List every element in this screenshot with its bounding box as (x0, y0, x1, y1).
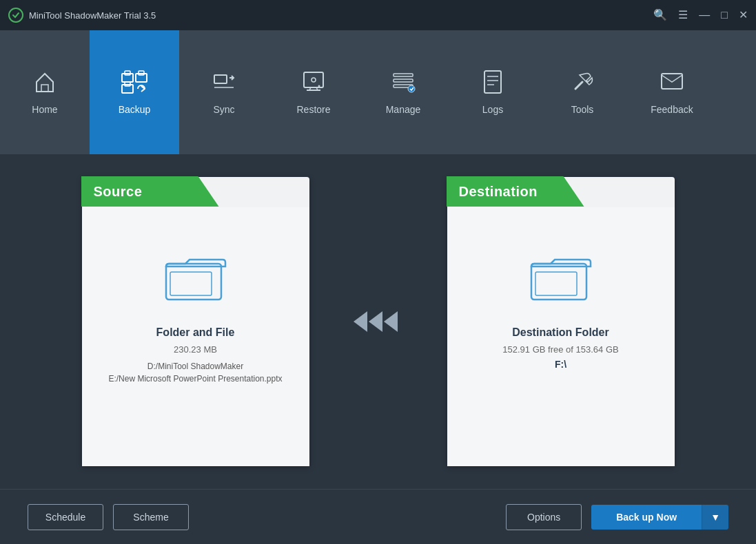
nav-bar: Home Backup Sync (0, 30, 756, 154)
sidebar-item-feedback[interactable]: Feedback (627, 30, 717, 154)
svg-rect-22 (166, 264, 221, 300)
source-paths: D:/MiniTool ShadowMaker E:/New Microsoft… (108, 360, 282, 385)
svg-rect-21 (662, 74, 682, 89)
manage-label: Manage (386, 104, 421, 115)
close-icon[interactable]: ✕ (739, 10, 748, 21)
scheme-button[interactable]: Scheme (113, 504, 189, 530)
svg-rect-1 (41, 85, 48, 92)
destination-card-body: Destination Folder 152.91 GB free of 153… (447, 207, 675, 466)
search-icon[interactable]: 🔍 (653, 10, 667, 21)
main-content: Source Folder and File 230.23 MB D:/Mini… (0, 154, 756, 489)
restore-icon (301, 70, 326, 98)
svg-point-0 (9, 8, 23, 22)
svg-point-15 (408, 85, 415, 92)
app-logo-icon (8, 8, 23, 23)
title-bar-controls: 🔍 ☰ — □ ✕ (653, 10, 748, 21)
options-button[interactable]: Options (506, 504, 582, 530)
home-label: Home (32, 104, 57, 115)
svg-rect-8 (214, 75, 227, 83)
sidebar-item-home[interactable]: Home (0, 30, 90, 154)
svg-rect-12 (394, 74, 413, 76)
svg-point-11 (318, 85, 320, 87)
source-header: Source (81, 176, 219, 207)
logs-icon (480, 70, 505, 98)
manage-icon (391, 70, 416, 98)
svg-rect-13 (394, 79, 413, 82)
svg-rect-25 (535, 272, 577, 295)
sync-label: Sync (213, 104, 234, 115)
maximize-icon[interactable]: □ (721, 10, 728, 21)
home-icon (32, 70, 57, 98)
sidebar-item-sync[interactable]: Sync (179, 30, 269, 154)
bottom-right-actions: Options Back up Now ▼ (506, 504, 728, 530)
feedback-icon (660, 70, 684, 98)
title-bar: MiniTool ShadowMaker Trial 3.5 🔍 ☰ — □ ✕ (0, 0, 756, 30)
backup-now-button[interactable]: Back up Now (591, 505, 702, 530)
source-card[interactable]: Source Folder and File 230.23 MB D:/Mini… (82, 177, 309, 466)
schedule-button[interactable]: Schedule (28, 504, 103, 530)
svg-rect-16 (484, 71, 501, 93)
source-title: Folder and File (156, 326, 235, 339)
menu-icon[interactable]: ☰ (678, 10, 688, 21)
restore-label: Restore (296, 104, 330, 115)
tools-label: Tools (571, 104, 594, 115)
sidebar-item-logs[interactable]: Logs (448, 30, 538, 154)
backup-arrow (351, 304, 406, 339)
destination-card[interactable]: Destination Destination Folder 152.91 GB… (447, 177, 675, 466)
svg-rect-9 (304, 72, 323, 87)
svg-rect-24 (531, 264, 586, 300)
source-header-label: Source (94, 184, 143, 200)
source-card-body: Folder and File 230.23 MB D:/MiniTool Sh… (82, 207, 309, 466)
sidebar-item-restore[interactable]: Restore (269, 30, 358, 154)
backup-icon (121, 70, 148, 98)
destination-folder-icon (530, 251, 592, 306)
source-folder-icon (165, 251, 227, 306)
sidebar-item-manage[interactable]: Manage (358, 30, 448, 154)
svg-point-10 (311, 78, 316, 82)
backup-label: Backup (119, 104, 151, 115)
backup-dropdown-button[interactable]: ▼ (702, 505, 728, 530)
logs-label: Logs (482, 104, 503, 115)
sidebar-item-tools[interactable]: Tools (538, 30, 627, 154)
sidebar-item-backup[interactable]: Backup (90, 30, 179, 154)
tools-icon (570, 70, 595, 98)
title-bar-left: MiniTool ShadowMaker Trial 3.5 (8, 8, 156, 23)
destination-header-label: Destination (459, 184, 538, 200)
destination-drive: F:\ (555, 359, 566, 370)
svg-line-20 (575, 82, 582, 89)
svg-rect-23 (170, 272, 212, 295)
app-title: MiniTool ShadowMaker Trial 3.5 (29, 10, 156, 21)
bottom-bar: Schedule Scheme Options Back up Now ▼ (0, 489, 756, 544)
source-size: 230.23 MB (174, 344, 217, 355)
bottom-left-actions: Schedule Scheme (28, 504, 189, 530)
minimize-icon[interactable]: — (699, 10, 710, 21)
destination-free-space: 152.91 GB free of 153.64 GB (502, 344, 618, 355)
destination-header: Destination (447, 176, 584, 207)
destination-title: Destination Folder (512, 326, 609, 339)
sync-icon (212, 70, 236, 98)
feedback-label: Feedback (651, 104, 693, 115)
